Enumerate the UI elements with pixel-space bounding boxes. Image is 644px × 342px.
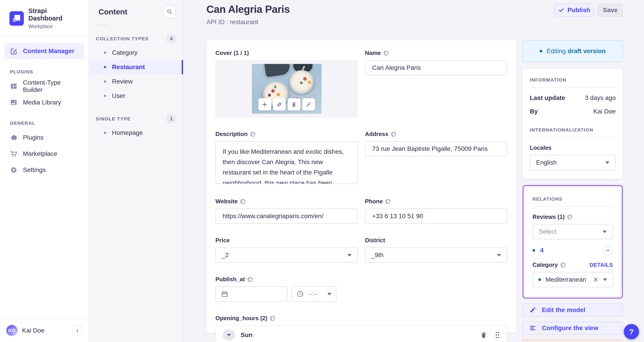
delete-media-button[interactable] — [288, 98, 300, 111]
divider — [530, 137, 616, 137]
address-input[interactable] — [365, 141, 507, 156]
divider — [98, 25, 108, 25]
name-input[interactable] — [365, 60, 507, 75]
edit-media-button[interactable] — [302, 98, 315, 111]
publish-time-input[interactable]: --:-- — [292, 286, 336, 302]
description-textarea[interactable]: If you like Mediterranean and exotic dis… — [216, 141, 358, 184]
shopping-cart-icon — [10, 150, 18, 157]
chevron-down-icon — [227, 334, 231, 336]
relation-item-label[interactable]: 4 — [540, 247, 603, 254]
puzzle-icon — [10, 134, 18, 141]
drag-handle-icon[interactable] — [495, 331, 500, 339]
api-id-subtitle: API ID : restaurant — [206, 19, 290, 26]
brand-subtitle: Workplace — [28, 24, 82, 30]
price-select[interactable]: _2 — [216, 247, 358, 263]
collection-types-badge: 4 — [167, 34, 176, 43]
reviews-label: Reviews (1) — [532, 214, 613, 220]
nav-section-general: GENERAL — [10, 120, 84, 126]
main-nav: Strapi Dashboard Workplace Content Manag… — [0, 0, 89, 342]
user-name[interactable]: Kai Doe — [22, 327, 68, 334]
opening-hours-field-label: Opening_hours (2) — [216, 315, 507, 322]
phone-input[interactable] — [365, 209, 507, 224]
cover-media-field[interactable] — [216, 60, 358, 117]
by-label: By — [530, 108, 538, 115]
website-field-label: Website — [216, 198, 358, 205]
nav-item-label: Marketplace — [23, 150, 57, 157]
search-icon — [166, 8, 173, 15]
bullet-dot — [104, 95, 106, 97]
brand[interactable]: Strapi Dashboard Workplace — [0, 0, 88, 37]
reviews-placeholder: Select — [539, 228, 556, 235]
pencil-icon — [306, 102, 312, 107]
subnav-item-user[interactable]: User — [89, 89, 183, 103]
chevron-down-icon — [603, 231, 607, 233]
bullet-dot — [104, 52, 106, 54]
check-icon — [558, 7, 564, 13]
single-type-label: SINGLE TYPE — [96, 116, 131, 122]
help-button[interactable]: ? — [624, 324, 639, 339]
search-button[interactable] — [163, 6, 176, 18]
plus-icon — [262, 102, 268, 107]
subnav-item-homepage[interactable]: Homepage — [89, 126, 183, 140]
website-input[interactable] — [216, 209, 358, 224]
bullet-dot — [104, 80, 106, 83]
globe-icon — [385, 199, 391, 205]
chevron-down-icon — [497, 254, 501, 256]
nav-item-label: Content Manager — [23, 48, 74, 55]
status-dot — [540, 50, 542, 53]
content-subnav: Content COLLECTION TYPES 4 Category Rest… — [89, 0, 184, 342]
status-dot — [532, 249, 535, 252]
remove-relation-button[interactable] — [603, 245, 613, 256]
publish-button[interactable]: Publish — [554, 4, 594, 17]
opening-hours-item: Sun — [216, 325, 507, 342]
save-button[interactable]: Save — [598, 4, 623, 17]
bullet-dot — [104, 132, 106, 134]
nav-item-marketplace[interactable]: Marketplace — [4, 146, 84, 162]
nav-item-label: Plugins — [23, 134, 44, 141]
collapse-sidebar-button[interactable]: ‹ — [72, 325, 82, 335]
accordion-title[interactable]: Sun — [240, 331, 475, 339]
edit-model-button[interactable]: Edit the model — [522, 303, 623, 316]
nav-item-content-manager[interactable]: Content Manager — [4, 43, 84, 59]
name-field-label: Name — [365, 50, 507, 57]
clock-icon — [296, 290, 304, 298]
accordion-toggle-button[interactable] — [222, 330, 235, 340]
subnav-item-label: Homepage — [112, 129, 143, 136]
nav-item-plugins[interactable]: Plugins — [4, 129, 84, 146]
subnav-item-label: Review — [112, 78, 133, 85]
time-placeholder: --:-- — [308, 290, 318, 298]
nav-item-settings[interactable]: Settings — [4, 162, 84, 178]
description-field-label: Description — [216, 131, 358, 137]
list-settings-icon — [529, 325, 536, 331]
delete-entry-button[interactable] — [522, 339, 623, 342]
pencil-icon — [529, 307, 536, 313]
globe-icon — [270, 315, 276, 321]
publish-date-input[interactable] — [216, 286, 287, 302]
globe-icon — [240, 199, 246, 205]
category-relation-chip[interactable]: Mediterranean — [532, 272, 613, 287]
locale-select[interactable]: English — [530, 155, 616, 170]
subnav-item-restaurant[interactable]: Restaurant — [89, 60, 183, 74]
reviews-select[interactable]: Select — [532, 224, 613, 239]
draft-status-banner: Editing draft version — [522, 40, 623, 62]
address-field-label: Address — [365, 131, 507, 137]
add-media-button[interactable] — [258, 98, 271, 111]
configure-view-label: Configure the view — [542, 324, 598, 332]
district-select[interactable]: _9th — [365, 247, 507, 263]
draft-bold: draft version — [568, 48, 606, 55]
details-link[interactable]: DETAILS — [590, 262, 613, 268]
nav-item-content-type-builder[interactable]: Content-Type Builder — [4, 78, 84, 94]
information-heading: INFORMATION — [530, 77, 616, 83]
locales-label: Locales — [530, 144, 616, 151]
copy-link-button[interactable] — [273, 98, 286, 111]
close-icon[interactable] — [593, 277, 598, 283]
nav-item-media-library[interactable]: Media Library — [4, 94, 84, 111]
trash-icon[interactable] — [480, 332, 487, 338]
chevron-down-icon — [328, 293, 332, 295]
configure-view-button[interactable]: Configure the view — [522, 321, 623, 334]
divider — [530, 87, 616, 88]
relations-highlight-outline: RELATIONS Reviews (1) Select 4 — [522, 185, 623, 298]
subnav-item-review[interactable]: Review — [89, 74, 183, 89]
subnav-item-category[interactable]: Category — [89, 46, 183, 60]
nav-item-label: Media Library — [23, 99, 61, 106]
